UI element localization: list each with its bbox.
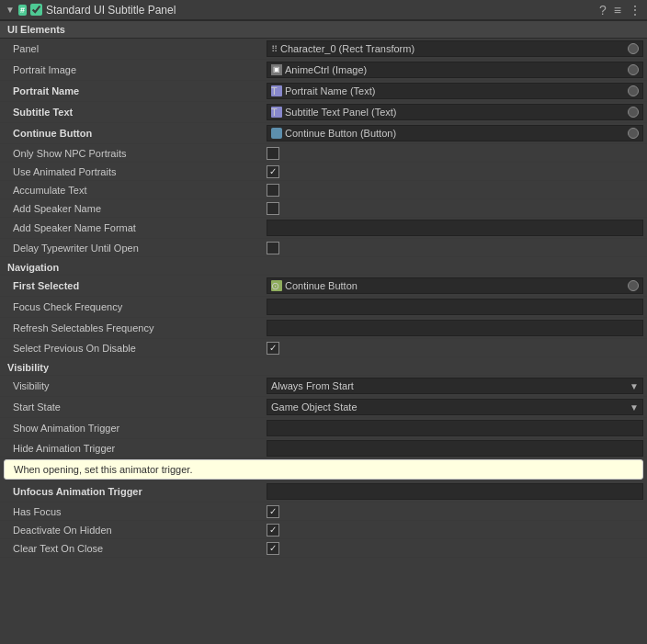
- dropdown-arrow-start-state: ▼: [630, 402, 639, 412]
- value-deactivate-hidden[interactable]: [267, 524, 647, 537]
- row-panel: Panel ⠿ Character_0 (Rect Transform): [0, 39, 647, 60]
- dropdown-visibility[interactable]: Always From Start ▼: [267, 378, 643, 394]
- label-continue-button: Continue Button: [0, 128, 267, 139]
- label-unfocus-anim-trigger: Unfocus Animation Trigger: [0, 486, 267, 497]
- checkbox-delay-typewriter[interactable]: [267, 242, 279, 254]
- target-circle-portrait-image[interactable]: [628, 64, 639, 75]
- dropdown-arrow-visibility: ▼: [630, 381, 639, 391]
- row-has-focus: Has Focus: [0, 503, 647, 521]
- label-add-speaker-name: Add Speaker Name: [0, 203, 267, 214]
- value-start-state[interactable]: Game Object State ▼: [267, 399, 647, 415]
- value-continue-button[interactable]: Continue Button (Button): [267, 125, 647, 141]
- label-speaker-name-format: Add Speaker Name Format: [0, 222, 267, 233]
- value-accumulate-text[interactable]: [267, 184, 647, 197]
- row-show-anim-trigger: Show Animation Trigger Show: [0, 418, 647, 439]
- input-show-anim-trigger[interactable]: Show: [267, 420, 643, 436]
- value-show-anim-trigger[interactable]: Show: [267, 420, 647, 436]
- input-speaker-name-format[interactable]: [267, 220, 643, 236]
- img-icon: ▣: [271, 64, 282, 75]
- row-clear-text-close: Clear Text On Close: [0, 539, 647, 558]
- value-refresh-selectables[interactable]: 0: [267, 320, 647, 336]
- input-unfocus-anim-trigger[interactable]: Unfocus: [267, 483, 643, 500]
- enabled-checkbox[interactable]: [30, 4, 42, 16]
- label-panel: Panel: [0, 43, 267, 54]
- tooltip-bar: When opening, set this animator trigger.: [4, 459, 643, 480]
- label-portrait-name: Portrait Name: [0, 85, 267, 96]
- value-hide-anim-trigger[interactable]: [267, 440, 647, 457]
- input-hide-anim-trigger[interactable]: [267, 440, 643, 457]
- menu-icon[interactable]: ⋮: [629, 3, 641, 17]
- value-portrait-image[interactable]: ▣ AnimeCtrl (Image): [267, 62, 647, 78]
- value-add-speaker-name[interactable]: [267, 202, 647, 215]
- target-circle-first-selected[interactable]: [628, 280, 639, 291]
- target-circle-subtitle-text[interactable]: [628, 107, 639, 118]
- subsection-visibility: Visibility: [0, 357, 647, 376]
- checkbox-only-npc-portraits[interactable]: [267, 147, 279, 160]
- checkbox-deactivate-hidden[interactable]: [267, 524, 279, 537]
- help-icon[interactable]: ?: [599, 3, 607, 17]
- object-field-continue-button[interactable]: Continue Button (Button): [267, 125, 643, 141]
- label-refresh-selectables: Refresh Selectables Frequency: [0, 322, 267, 333]
- row-select-prev-disable: Select Previous On Disable: [0, 339, 647, 357]
- row-animated-portraits: Use Animated Portraits: [0, 163, 647, 181]
- hash-icon: #: [18, 5, 27, 16]
- checkbox-animated-portraits[interactable]: [267, 165, 279, 178]
- checkbox-select-prev-disable[interactable]: [267, 342, 279, 355]
- row-portrait-name: Portrait Name T Portrait Name (Text): [0, 81, 647, 102]
- dropdown-start-state[interactable]: Game Object State ▼: [267, 399, 643, 415]
- label-deactivate-hidden: Deactivate On Hidden: [0, 525, 267, 536]
- row-hide-anim-trigger: Hide Animation Trigger: [0, 439, 647, 458]
- input-focus-check-freq[interactable]: 0.2: [267, 299, 643, 315]
- checkbox-has-focus[interactable]: [267, 505, 279, 518]
- value-animated-portraits[interactable]: [267, 165, 647, 178]
- object-field-panel[interactable]: ⠿ Character_0 (Rect Transform): [267, 40, 643, 57]
- row-portrait-image: Portrait Image ▣ AnimeCtrl (Image): [0, 60, 647, 81]
- label-visibility: Visibility: [0, 380, 267, 391]
- label-hide-anim-trigger: Hide Animation Trigger: [0, 443, 267, 454]
- label-delay-typewriter: Delay Typewriter Until Open: [0, 243, 267, 254]
- target-circle-continue-button[interactable]: [628, 128, 639, 139]
- value-speaker-name-format[interactable]: [267, 220, 647, 236]
- header-bar: ▼ # Standard UI Subtitle Panel ? ≡ ⋮: [0, 0, 647, 20]
- object-field-subtitle-text[interactable]: T Subtitle Text Panel (Text): [267, 104, 643, 120]
- layout-icon[interactable]: ≡: [614, 3, 621, 17]
- row-deactivate-hidden: Deactivate On Hidden: [0, 521, 647, 539]
- row-start-state: Start State Game Object State ▼: [0, 397, 647, 418]
- value-focus-check-freq[interactable]: 0.2: [267, 299, 647, 315]
- value-panel[interactable]: ⠿ Character_0 (Rect Transform): [267, 40, 647, 57]
- object-field-portrait-name[interactable]: T Portrait Name (Text): [267, 83, 643, 99]
- checkbox-clear-text-close[interactable]: [267, 542, 279, 555]
- text-icon2: T: [271, 107, 282, 118]
- value-portrait-name[interactable]: T Portrait Name (Text): [267, 83, 647, 99]
- object-field-portrait-image[interactable]: ▣ AnimeCtrl (Image): [267, 62, 643, 78]
- panel-title: Standard UI Subtitle Panel: [46, 4, 596, 17]
- value-subtitle-text[interactable]: T Subtitle Text Panel (Text): [267, 104, 647, 120]
- row-subtitle-text: Subtitle Text T Subtitle Text Panel (Tex…: [0, 102, 647, 123]
- object-field-first-selected[interactable]: ⊙ Continue Button: [267, 277, 643, 294]
- value-first-selected[interactable]: ⊙ Continue Button: [267, 277, 647, 294]
- row-delay-typewriter: Delay Typewriter Until Open: [0, 239, 647, 257]
- value-unfocus-anim-trigger[interactable]: Unfocus: [267, 483, 647, 500]
- label-start-state: Start State: [0, 401, 267, 412]
- value-has-focus[interactable]: [267, 505, 647, 518]
- label-portrait-image: Portrait Image: [0, 64, 267, 75]
- value-only-npc-portraits[interactable]: [267, 147, 647, 160]
- checkbox-add-speaker-name[interactable]: [267, 202, 279, 215]
- target-circle-panel[interactable]: [628, 43, 639, 54]
- row-visibility: Visibility Always From Start ▼: [0, 376, 647, 397]
- collapse-arrow-icon[interactable]: ▼: [6, 5, 15, 15]
- row-first-selected: First Selected ⊙ Continue Button: [0, 276, 647, 297]
- nav-icon: ⊙: [271, 280, 282, 291]
- checkbox-accumulate-text[interactable]: [267, 184, 279, 197]
- input-refresh-selectables[interactable]: 0: [267, 320, 643, 336]
- label-focus-check-freq: Focus Check Frequency: [0, 301, 267, 312]
- value-visibility[interactable]: Always From Start ▼: [267, 378, 647, 394]
- target-circle-portrait-name[interactable]: [628, 85, 639, 96]
- row-refresh-selectables: Refresh Selectables Frequency 0: [0, 318, 647, 339]
- value-clear-text-close[interactable]: [267, 542, 647, 555]
- tooltip-text: When opening, set this animator trigger.: [14, 464, 192, 475]
- value-delay-typewriter[interactable]: [267, 242, 647, 254]
- label-animated-portraits: Use Animated Portraits: [0, 166, 267, 177]
- inspector-panel: ▼ # Standard UI Subtitle Panel ? ≡ ⋮ UI …: [0, 0, 647, 558]
- value-select-prev-disable[interactable]: [267, 342, 647, 355]
